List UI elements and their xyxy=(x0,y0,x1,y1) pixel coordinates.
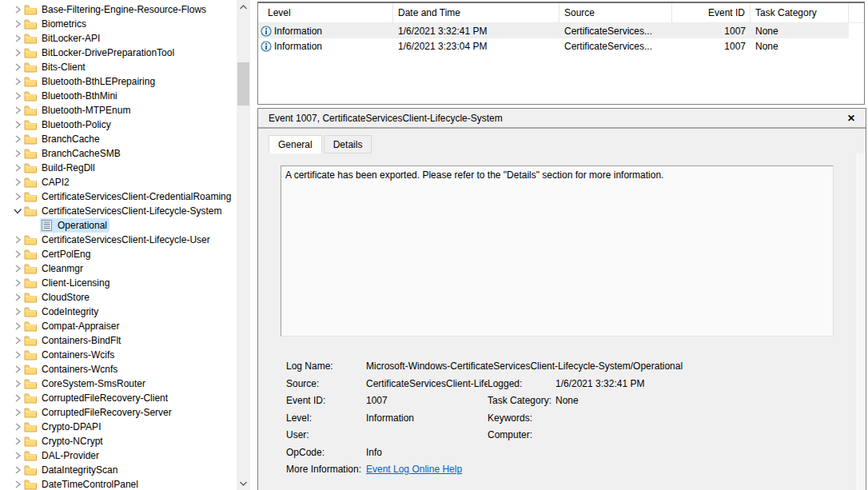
chevron-right-icon[interactable] xyxy=(11,364,24,375)
chevron-right-icon[interactable] xyxy=(11,378,24,389)
tree-item[interactable]: DataIntegrityScan xyxy=(0,463,237,477)
chevron-right-icon[interactable] xyxy=(11,191,24,202)
event-row[interactable]: Information1/6/2021 3:23:04 PMCertificat… xyxy=(258,38,849,54)
tree-item[interactable]: Biometrics xyxy=(0,17,237,31)
scrollbar-thumb[interactable] xyxy=(237,62,249,106)
chevron-right-icon[interactable] xyxy=(11,47,24,58)
tree-item-content[interactable]: BitLocker-DrivePreparationTool xyxy=(24,46,177,60)
chevron-right-icon[interactable] xyxy=(11,421,24,432)
tree-item[interactable]: CAPI2 xyxy=(0,175,237,189)
tree-item-content[interactable]: DateTimeControlPanel xyxy=(24,477,141,490)
tree-item-content[interactable]: Cleanmgr xyxy=(24,261,86,276)
tree-item-content[interactable]: Containers-Wcnfs xyxy=(24,362,120,376)
tree-item-content[interactable]: Crypto-DPAPI xyxy=(24,420,103,434)
close-icon[interactable]: ✕ xyxy=(845,112,858,125)
tree-item[interactable]: CoreSystem-SmsRouter xyxy=(0,376,237,391)
tree-item[interactable]: CertificateServicesClient-Lifecycle-User xyxy=(0,233,237,247)
tree-item[interactable]: CodeIntegrity xyxy=(0,305,237,319)
chevron-right-icon[interactable] xyxy=(11,335,24,346)
chevron-right-icon[interactable] xyxy=(11,62,24,73)
tree-item-content[interactable]: BitLocker-API xyxy=(24,31,102,46)
tree-item[interactable]: DateTimeControlPanel xyxy=(0,477,237,490)
chevron-right-icon[interactable] xyxy=(11,76,24,87)
tree-item[interactable]: Bits-Client xyxy=(0,60,237,74)
column-header-date-and-time[interactable]: Date and Time xyxy=(393,3,559,22)
tree-item[interactable]: CorruptedFileRecovery-Server xyxy=(0,405,237,420)
chevron-right-icon[interactable] xyxy=(11,90,24,102)
tree-item-content[interactable]: Bluetooth-MTPEnum xyxy=(24,103,133,118)
chevron-right-icon[interactable] xyxy=(11,392,24,404)
tree-item-content[interactable]: CorruptedFileRecovery-Server xyxy=(24,405,174,420)
column-header-source[interactable]: Source xyxy=(559,3,672,22)
tree-scrollbar[interactable] xyxy=(237,0,250,490)
tree-item-content[interactable]: CAPI2 xyxy=(24,175,72,189)
scroll-up-icon[interactable] xyxy=(237,0,250,14)
tree-item[interactable]: Bluetooth-BthLEPrepairing xyxy=(0,74,237,89)
tree-item[interactable]: Base-Filtering-Engine-Resource-Flows xyxy=(0,2,237,17)
tree-item-content[interactable]: CertificateServicesClient-Lifecycle-Syst… xyxy=(24,204,224,218)
event-description-box[interactable]: A certificate has been exported. Please … xyxy=(281,165,834,337)
chevron-right-icon[interactable] xyxy=(11,321,24,332)
tree-item[interactable]: Compat-Appraiser xyxy=(0,319,237,333)
tree-item[interactable]: Cleanmgr xyxy=(0,261,237,276)
column-header-task-category[interactable]: Task Category xyxy=(751,3,849,22)
chevron-right-icon[interactable] xyxy=(11,177,24,188)
column-header-event-id[interactable]: Event ID xyxy=(672,3,751,22)
tab-general[interactable]: General xyxy=(269,135,322,153)
chevron-right-icon[interactable] xyxy=(11,105,24,116)
detail-scrollbar[interactable] xyxy=(857,153,866,490)
tree-item[interactable]: Crypto-DPAPI xyxy=(0,420,237,434)
tree-item-content[interactable]: BranchCache xyxy=(24,132,102,146)
chevron-right-icon[interactable] xyxy=(11,133,24,145)
tree-item-content[interactable]: CertificateServicesClient-CredentialRoam… xyxy=(24,189,233,204)
tab-details[interactable]: Details xyxy=(324,135,372,153)
tree-item-content[interactable]: BranchCacheSMB xyxy=(24,146,123,161)
tree-item[interactable]: Containers-Wcnfs xyxy=(0,362,237,376)
tree-item-content[interactable]: Bluetooth-Policy xyxy=(24,118,113,132)
tree-item[interactable]: BranchCache xyxy=(0,132,237,146)
chevron-right-icon[interactable] xyxy=(11,450,24,461)
chevron-right-icon[interactable] xyxy=(11,407,24,418)
chevron-right-icon[interactable] xyxy=(11,263,24,274)
tree-item-selected-content[interactable]: Operational xyxy=(40,218,109,233)
tree-item[interactable]: CorruptedFileRecovery-Client xyxy=(0,391,237,405)
tree-item[interactable]: CertificateServicesClient-Lifecycle-Syst… xyxy=(0,204,237,218)
chevron-right-icon[interactable] xyxy=(11,148,24,159)
tree-item-content[interactable]: CertificateServicesClient-Lifecycle-User xyxy=(24,233,213,247)
event-log-online-help-link[interactable]: Event Log Online Help xyxy=(366,464,462,475)
chevron-right-icon[interactable] xyxy=(11,436,24,447)
chevron-right-icon[interactable] xyxy=(11,18,24,30)
tree-item[interactable]: BranchCacheSMB xyxy=(0,146,237,161)
tree-item[interactable]: BitLocker-DrivePreparationTool xyxy=(0,46,237,60)
tree-item-content[interactable]: Build-RegDll xyxy=(24,161,98,175)
scroll-down-icon[interactable] xyxy=(237,476,250,490)
chevron-right-icon[interactable] xyxy=(11,277,24,289)
tree-item[interactable]: Client-Licensing xyxy=(0,276,237,290)
tree-item-content[interactable]: CloudStore xyxy=(24,290,92,305)
event-row[interactable]: Information1/6/2021 3:32:41 PMCertificat… xyxy=(258,23,849,38)
tree-item-content[interactable]: Containers-BindFlt xyxy=(24,333,123,348)
tree-item-content[interactable]: Bluetooth-BthLEPrepairing xyxy=(24,74,157,89)
tree-item-content[interactable]: Bluetooth-BthMini xyxy=(24,89,120,103)
tree-item-content[interactable]: DAL-Provider xyxy=(24,448,102,463)
tree-item[interactable]: Crypto-NCrypt xyxy=(0,434,237,448)
chevron-right-icon[interactable] xyxy=(11,292,24,303)
chevron-right-icon[interactable] xyxy=(11,33,24,44)
chevron-right-icon[interactable] xyxy=(11,464,24,476)
tree-item-content[interactable]: Crypto-NCrypt xyxy=(24,434,106,448)
chevron-right-icon[interactable] xyxy=(11,119,24,130)
column-header-level[interactable]: Level xyxy=(258,3,393,22)
chevron-right-icon[interactable] xyxy=(11,306,24,317)
tree-item-content[interactable]: CorruptedFileRecovery-Client xyxy=(24,391,170,405)
tree-item-content[interactable]: Compat-Appraiser xyxy=(24,319,121,333)
tree-item-content[interactable]: Bits-Client xyxy=(24,60,88,74)
tree-item[interactable]: DAL-Provider xyxy=(0,448,237,463)
tree-item[interactable]: Operational xyxy=(0,218,237,233)
chevron-right-icon[interactable] xyxy=(11,479,24,490)
tree-item[interactable]: BitLocker-API xyxy=(0,31,237,46)
tree-item-content[interactable]: DataIntegrityScan xyxy=(24,463,120,477)
tree-item[interactable]: Build-RegDll xyxy=(0,161,237,175)
tree-item[interactable]: Bluetooth-BthMini xyxy=(0,89,237,103)
tree-item[interactable]: CertPolEng xyxy=(0,247,237,261)
tree-item[interactable]: Containers-BindFlt xyxy=(0,333,237,348)
